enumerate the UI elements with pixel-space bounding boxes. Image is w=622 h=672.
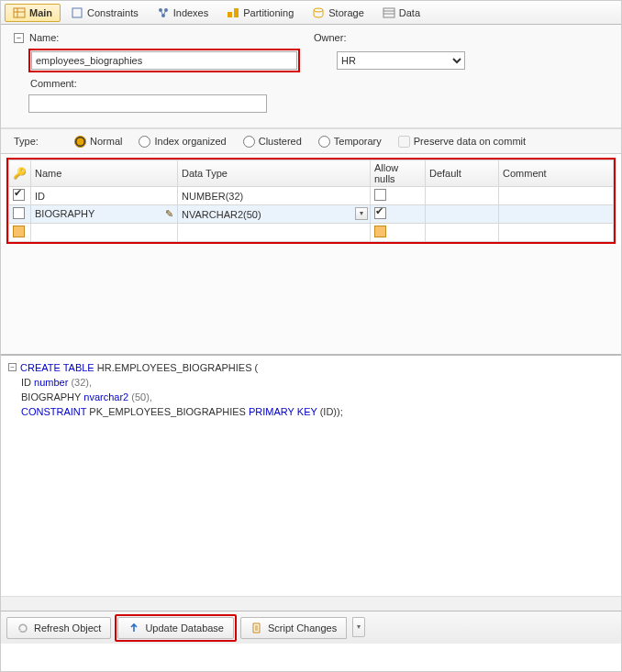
header-default[interactable]: Default xyxy=(426,160,499,187)
new-row-marker[interactable] xyxy=(13,226,25,237)
cell-datatype[interactable]: NVARCHAR2(50)▾ xyxy=(178,205,371,224)
script-icon xyxy=(250,622,263,634)
storage-icon xyxy=(312,6,325,19)
type-row: Type: Normal Index organized Clustered T… xyxy=(1,128,621,154)
cell-name[interactable]: ID xyxy=(31,187,178,205)
sql-preview-pane[interactable]: −CREATE TABLE HR.EMPLOYEES_BIOGRAPHIES (… xyxy=(1,354,621,611)
script-changes-dropdown[interactable]: ▾ xyxy=(352,617,365,637)
allownulls-checkbox[interactable] xyxy=(374,189,386,201)
tab-data[interactable]: Data xyxy=(374,4,428,22)
grid-header-row: 🔑 Name Data Type Allow nulls Default Com… xyxy=(9,160,614,187)
pk-checkbox[interactable] xyxy=(13,189,25,201)
pk-checkbox[interactable] xyxy=(13,207,25,219)
columns-grid-highlight: 🔑 Name Data Type Allow nulls Default Com… xyxy=(6,158,616,244)
tab-partitioning[interactable]: Partitioning xyxy=(218,4,302,22)
tab-storage-label: Storage xyxy=(328,7,364,18)
tab-constraints[interactable]: Constraints xyxy=(62,4,147,22)
radio-normal[interactable] xyxy=(74,136,86,148)
header-key: 🔑 xyxy=(9,160,31,187)
owner-label: Owner: xyxy=(312,32,358,43)
type-index-organized[interactable]: Index organized xyxy=(139,136,226,148)
name-input[interactable] xyxy=(31,51,297,70)
script-changes-button[interactable]: Script Changes xyxy=(240,617,347,639)
table-row[interactable]: ID NUMBER(32) xyxy=(9,187,614,205)
partitioning-icon xyxy=(227,6,239,19)
tab-indexes[interactable]: Indexes xyxy=(149,4,217,22)
indexes-icon xyxy=(157,6,170,19)
svg-point-11 xyxy=(314,8,323,12)
upload-icon xyxy=(128,622,140,634)
cb-preserve xyxy=(398,136,410,148)
cell-default[interactable] xyxy=(426,205,499,224)
data-icon xyxy=(383,6,395,19)
form-area: − Name: Owner: HR Comment: xyxy=(1,25,621,128)
allownulls-checkbox[interactable] xyxy=(374,226,386,237)
edit-icon[interactable]: ✎ xyxy=(165,208,173,220)
tab-storage[interactable]: Storage xyxy=(304,4,372,22)
collapse-toggle[interactable]: − xyxy=(14,33,24,43)
cell-comment[interactable] xyxy=(499,187,614,205)
allownulls-checkbox[interactable] xyxy=(374,207,386,219)
tab-bar: Main Constraints Indexes Partitioning St… xyxy=(1,1,621,25)
key-icon: 🔑 xyxy=(13,167,27,180)
grid-empty-space xyxy=(1,244,621,354)
header-comment[interactable]: Comment xyxy=(499,160,614,187)
tab-main[interactable]: Main xyxy=(5,4,61,22)
type-normal[interactable]: Normal xyxy=(74,136,122,148)
svg-rect-9 xyxy=(228,12,232,17)
type-label: Type: xyxy=(14,136,58,147)
columns-grid[interactable]: 🔑 Name Data Type Allow nulls Default Com… xyxy=(8,160,614,242)
update-database-button[interactable]: Update Database xyxy=(117,617,234,639)
name-label: Name: xyxy=(28,32,83,43)
chevron-down-icon[interactable]: ▾ xyxy=(355,207,368,220)
name-highlight xyxy=(28,49,300,72)
bottom-toolbar: Refresh Object Update Database Script Ch… xyxy=(1,611,621,644)
cell-name[interactable]: BIOGRAPHY✎ xyxy=(31,205,178,224)
horizontal-scrollbar[interactable] xyxy=(1,596,621,611)
tab-data-label: Data xyxy=(399,7,420,18)
cell-datatype[interactable]: NUMBER(32) xyxy=(178,187,371,205)
tab-indexes-label: Indexes xyxy=(173,7,209,18)
table-row[interactable]: BIOGRAPHY✎ NVARCHAR2(50)▾ xyxy=(9,205,614,224)
radio-temporary[interactable] xyxy=(318,136,330,148)
preserve-checkbox: Preserve data on commit xyxy=(398,136,526,148)
update-database-highlight: Update Database xyxy=(115,614,237,642)
radio-index-organized[interactable] xyxy=(139,136,150,148)
refresh-object-button: Refresh Object xyxy=(6,617,111,639)
type-temporary[interactable]: Temporary xyxy=(318,136,382,148)
type-clustered[interactable]: Clustered xyxy=(243,136,302,148)
cell-default[interactable] xyxy=(426,187,499,205)
tab-main-label: Main xyxy=(29,7,52,18)
header-name[interactable]: Name xyxy=(31,160,178,187)
svg-rect-12 xyxy=(383,8,394,17)
svg-rect-10 xyxy=(234,8,239,17)
radio-clustered[interactable] xyxy=(243,136,255,148)
table-icon xyxy=(13,6,26,19)
constraints-icon xyxy=(71,6,83,19)
svg-rect-0 xyxy=(14,8,25,17)
owner-select[interactable]: HR xyxy=(337,51,465,70)
refresh-icon xyxy=(17,622,29,634)
header-allownulls[interactable]: Allow nulls xyxy=(371,160,426,187)
svg-rect-3 xyxy=(72,8,82,17)
comment-input[interactable] xyxy=(28,94,267,113)
script-changes-split-button[interactable]: Script Changes ▾ xyxy=(240,617,365,639)
comment-label: Comment: xyxy=(28,78,83,89)
fold-toggle[interactable]: − xyxy=(8,363,17,371)
header-datatype[interactable]: Data Type xyxy=(178,160,371,187)
cell-comment[interactable] xyxy=(499,205,614,224)
tab-constraints-label: Constraints xyxy=(87,7,139,18)
table-row-new[interactable] xyxy=(9,224,614,242)
tab-partitioning-label: Partitioning xyxy=(243,7,294,18)
